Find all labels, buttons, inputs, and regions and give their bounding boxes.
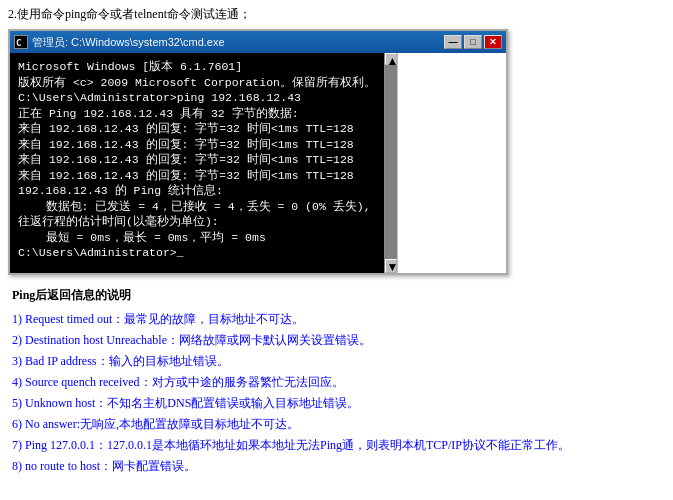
- cmd-titlebar: C 管理员: C:\Windows\system32\cmd.exe — □ ✕: [10, 31, 506, 53]
- instruction-text: 2.使用命令ping命令或者telnent命令测试连通；: [8, 6, 665, 23]
- ping-item-7: 7) Ping 127.0.0.1：127.0.0.1是本地循环地址如果本地址无…: [12, 436, 661, 454]
- cmd-window: C 管理员: C:\Windows\system32\cmd.exe — □ ✕…: [8, 29, 508, 275]
- cmd-minimize-button[interactable]: —: [444, 35, 462, 49]
- cmd-line-0: Microsoft Windows [版本 6.1.7601]: [18, 59, 376, 75]
- cmd-wrapper: Microsoft Windows [版本 6.1.7601]版权所有 <c> …: [10, 53, 506, 273]
- cmd-line-1: 版权所有 <c> 2009 Microsoft Corporation。保留所有…: [18, 75, 376, 91]
- cmd-line-16: C:\Users\Administrator>_: [18, 245, 376, 261]
- ping-item-2: 2) Destination host Unreachable：网络故障或网卡默…: [12, 331, 661, 349]
- ping-explanation-title: Ping后返回信息的说明: [12, 287, 661, 304]
- cmd-line-8: 来自 192.168.12.43 的回复: 字节=32 时间<1ms TTL=1…: [18, 152, 376, 168]
- cmd-line-9: 来自 192.168.12.43 的回复: 字节=32 时间<1ms TTL=1…: [18, 168, 376, 184]
- ping-item-6: 6) No answer:无响应,本地配置故障或目标地址不可达。: [12, 415, 661, 433]
- cmd-line-13: 往返行程的估计时间(以毫秒为单位):: [18, 214, 376, 230]
- cmd-line-6: 来自 192.168.12.43 的回复: 字节=32 时间<1ms TTL=1…: [18, 121, 376, 137]
- cmd-line-7: 来自 192.168.12.43 的回复: 字节=32 时间<1ms TTL=1…: [18, 137, 376, 153]
- cmd-maximize-button[interactable]: □: [464, 35, 482, 49]
- cmd-title-buttons: — □ ✕: [444, 35, 502, 49]
- cmd-line-14: 最短 = 0ms，最长 = 0ms，平均 = 0ms: [18, 230, 376, 246]
- ping-items-list: 1) Request timed out：最常见的故障，目标地址不可达。2) D…: [12, 310, 661, 475]
- cmd-line-3: C:\Users\Administrator>ping 192.168.12.4…: [18, 90, 376, 106]
- cmd-title-text: 管理员: C:\Windows\system32\cmd.exe: [32, 35, 225, 50]
- ping-item-3: 3) Bad IP address：输入的目标地址错误。: [12, 352, 661, 370]
- svg-text:C: C: [16, 38, 21, 48]
- ping-item-4: 4) Source quench received：对方或中途的服务器繁忙无法回…: [12, 373, 661, 391]
- cmd-line-11: 192.168.12.43 的 Ping 统计信息:: [18, 183, 376, 199]
- page-container: 2.使用命令ping命令或者telnent命令测试连通； C 管理员: C:\W…: [0, 0, 673, 486]
- cmd-window-icon: C: [14, 35, 28, 49]
- ping-section: Ping后返回信息的说明 1) Request timed out：最常见的故障…: [8, 285, 665, 480]
- cmd-body[interactable]: Microsoft Windows [版本 6.1.7601]版权所有 <c> …: [10, 53, 384, 273]
- cmd-line-5: 正在 Ping 192.168.12.43 具有 32 字节的数据:: [18, 106, 376, 122]
- ping-item-8: 8) no route to host：网卡配置错误。: [12, 457, 661, 475]
- cmd-line-12: 数据包: 已发送 = 4，已接收 = 4，丢失 = 0 (0% 丢失),: [18, 199, 376, 215]
- cmd-title-left: C 管理员: C:\Windows\system32\cmd.exe: [14, 35, 225, 50]
- cmd-close-button[interactable]: ✕: [484, 35, 502, 49]
- ping-item-1: 1) Request timed out：最常见的故障，目标地址不可达。: [12, 310, 661, 328]
- ping-item-5: 5) Unknown host：不知名主机DNS配置错误或输入目标地址错误。: [12, 394, 661, 412]
- cmd-scrollbar[interactable]: ▲ ▼: [384, 53, 398, 273]
